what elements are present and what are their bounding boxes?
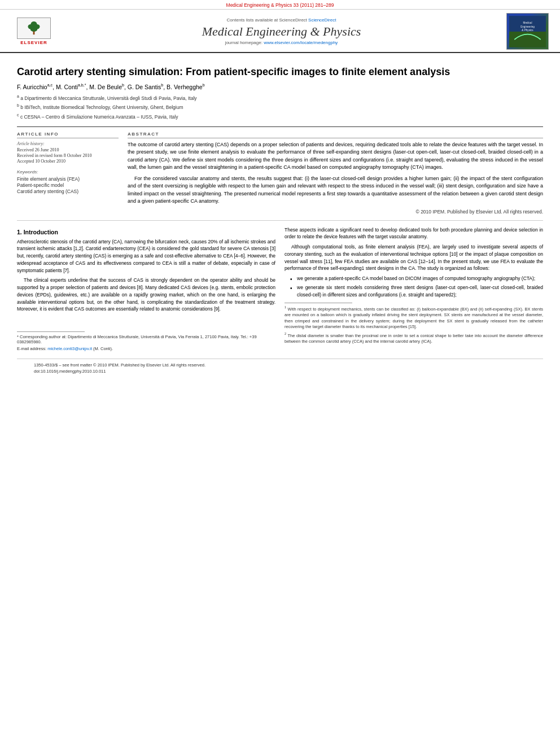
journal-citation: Medical Engineering & Physics 33 (2011) … [226, 2, 334, 8]
keyword-1: Finite element analysis (FEA) [17, 176, 119, 182]
footnote-1-num: 1 [285, 305, 286, 309]
footnote-divider-bottom [17, 331, 85, 332]
author-auricchio-affil: a,c [47, 83, 53, 87]
elsevier-logo: ELSEVIER [11, 18, 56, 45]
intro-para-1: Atherosclerotic stenosis of the carotid … [17, 238, 275, 274]
affiliations: a a Dipartimento di Meccanica Struttural… [17, 94, 543, 121]
author-b-verhegghe: B. Verhegghe [167, 84, 203, 90]
svg-text:Medical: Medical [523, 21, 532, 24]
svg-point-3 [30, 27, 38, 32]
corresponding-author-note: * Corresponding author at: Dipartimento … [17, 334, 275, 344]
svg-text:Engineering: Engineering [520, 25, 535, 28]
article-title: Carotid artery stenting simulation: From… [17, 65, 543, 78]
main-col-left: 1. Introduction Atherosclerotic stenosis… [17, 226, 275, 353]
section-divider [17, 220, 543, 221]
bullet-item-1: we generate a patient-specific CA model … [290, 275, 543, 282]
journal-homepage: journal homepage: www.elsevier.com/locat… [62, 40, 501, 45]
journal-header-center: Contents lists available at ScienceDirec… [62, 18, 501, 45]
section-number: 1. [17, 229, 22, 235]
author-debeule-affil: b [122, 83, 124, 87]
intro-heading: 1. Introduction [17, 229, 275, 235]
received-date: Received 26 June 2010 [17, 147, 119, 152]
journal-header: ELSEVIER Contents lists available at Sci… [0, 10, 560, 53]
page: Medical Engineering & Physics 33 (2011) … [0, 0, 560, 747]
keywords-section: Keywords: Finite element analysis (FEA) … [17, 169, 119, 194]
article-history-label: Article history: [17, 141, 119, 146]
intro-para-4: Although computational tools, as finite … [285, 243, 543, 272]
abstract-text: The outcome of carotid artery stenting (… [128, 141, 543, 206]
svg-rect-4 [33, 32, 35, 35]
keyword-3: Carotid artery stenting (CAS) [17, 189, 119, 194]
bullet-list: we generate a patient-specific CA model … [290, 275, 543, 298]
article-body: Carotid artery stenting simulation: From… [0, 53, 560, 383]
author-desantis-affil: b [161, 83, 163, 87]
authors-line: F. Auricchioa,c, M. Contia,b,*, M. De Be… [17, 83, 543, 90]
sciencedirect-link[interactable]: ScienceDirect [308, 18, 336, 23]
email-link[interactable]: michele.conti3@unipv.it [47, 346, 92, 351]
intro-para-2: The clinical experts underline that the … [17, 277, 275, 313]
email-line: E-mail address: michele.conti3@unipv.it … [17, 346, 275, 351]
affil-b: b b IBiTech, Institute Biomedical Techno… [17, 103, 543, 111]
author-verhegghe-affil: b [203, 83, 205, 87]
main-col-right: These aspects indicate a significant nee… [285, 226, 543, 353]
abstract-col: ABSTRACT The outcome of carotid artery s… [128, 132, 543, 215]
homepage-url[interactable]: www.elsevier.com/locate/medengphy [264, 40, 338, 45]
footnote-2: 2 The distal diameter is smaller than th… [285, 332, 543, 345]
author-m-conti: M. Conti [56, 84, 78, 90]
journal-cover-icon: Medical Engineering & Physics [509, 15, 546, 49]
revised-date: Received in revised form 8 October 2010 [17, 153, 119, 158]
keywords-label: Keywords: [17, 169, 119, 174]
article-info-label: ARTICLE INFO [17, 132, 119, 138]
elsevier-tree-icon [26, 20, 42, 36]
author-conti-affil: a,b,* [78, 83, 86, 87]
bullet-item-2: we generate six stent models considering… [290, 284, 543, 299]
abstract-para-1: The outcome of carotid artery stenting (… [128, 141, 543, 172]
bottom-bar: 1350-4533/$ – see front matter © 2010 IP… [17, 359, 543, 378]
elsevier-logo-box [17, 18, 51, 39]
keyword-2: Patient-specific model [17, 182, 119, 188]
author-m-de-beule: M. De Beule [89, 84, 122, 90]
doi-line: doi:10.1016/j.medengphy.2010.10.011 [34, 368, 526, 374]
article-info-col: ARTICLE INFO Article history: Received 2… [17, 132, 119, 215]
footnote-2-num: 2 [285, 332, 286, 335]
abstract-label: ABSTRACT [128, 132, 543, 138]
main-content: 1. Introduction Atherosclerotic stenosis… [17, 226, 543, 353]
svg-text:& Physics: & Physics [522, 29, 533, 32]
copyright-line: © 2010 IPEM. Published by Elsevier Ltd. … [128, 209, 543, 215]
affil-c: c c CESNA – Centro di Simulazione Numeri… [17, 112, 543, 121]
abstract-para-2: For the considered vascular anatomy and … [128, 175, 543, 206]
author-f-auricchio: F. Auricchio [17, 84, 47, 90]
contents-line: Contents lists available at ScienceDirec… [62, 18, 501, 23]
section-title: Introduction [24, 229, 58, 235]
journal-title-display: Medical Engineering & Physics [62, 24, 501, 39]
author-g-de-santis: G. De Santis [128, 84, 161, 90]
journal-ref-bar: Medical Engineering & Physics 33 (2011) … [0, 0, 560, 10]
intro-body-left: Atherosclerotic stenosis of the carotid … [17, 238, 275, 313]
corresponding-author-area: * Corresponding author at: Dipartimento … [17, 316, 275, 351]
affil-a: a a Dipartimento di Meccanica Struttural… [17, 94, 543, 102]
journal-logo-right: Medical Engineering & Physics [506, 13, 549, 50]
article-info-abstract: ARTICLE INFO Article history: Received 2… [17, 126, 543, 215]
footnote-divider-right [285, 303, 352, 303]
elsevier-wordmark: ELSEVIER [20, 40, 47, 45]
issn-line: 1350-4533/$ – see front matter © 2010 IP… [34, 362, 526, 368]
accepted-date: Accepted 10 October 2010 [17, 159, 119, 164]
footnote-1: 1 With respect to deployment mechanics, … [285, 305, 543, 330]
intro-body-right: These aspects indicate a significant nee… [285, 226, 543, 273]
intro-para-3: These aspects indicate a significant nee… [285, 226, 543, 241]
